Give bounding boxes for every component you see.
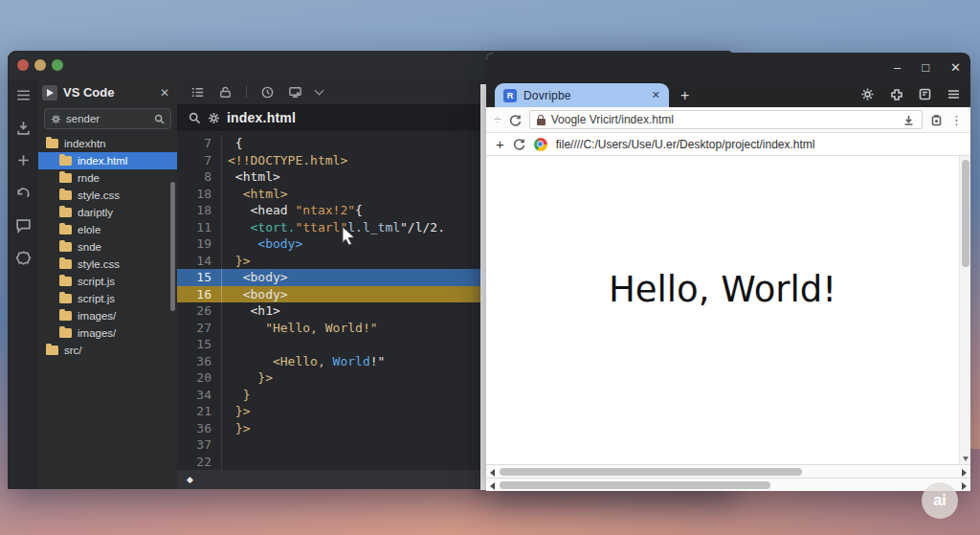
reload-icon[interactable] (513, 138, 525, 150)
download-icon[interactable] (15, 120, 32, 136)
more-menu-icon[interactable]: ⋮ (950, 113, 963, 127)
browser-tabstrip: R Dovripbe ✕ + (486, 81, 970, 107)
file-tree-item[interactable]: elole (38, 221, 177, 238)
file-tree-item[interactable]: style.css (38, 256, 177, 273)
add-icon[interactable] (15, 152, 32, 168)
reload-icon[interactable] (509, 114, 522, 126)
scroll-right-arrow-icon[interactable] (962, 469, 967, 477)
mouse-cursor (341, 226, 357, 247)
code-text: { (221, 135, 243, 152)
code-text: } (221, 387, 250, 404)
ai-watermark-badge: ai (922, 482, 958, 519)
plus-icon[interactable]: + (496, 136, 504, 152)
menu-icon[interactable] (947, 87, 961, 101)
code-text: <body> (221, 269, 288, 286)
list-icon[interactable] (190, 85, 205, 100)
line-number: 8 (177, 168, 221, 186)
line-number: 16 (177, 286, 221, 303)
scroll-left-arrow-icon[interactable] (490, 482, 495, 490)
chevron-down-icon[interactable] (315, 85, 324, 95)
minimize-button[interactable]: – (894, 60, 901, 75)
horizontal-scrollbar-2[interactable] (486, 478, 970, 491)
tab-close-icon[interactable]: ✕ (652, 89, 660, 101)
line-number: 7 (177, 152, 221, 169)
browser-viewport: Hello, World! (486, 156, 970, 464)
gear-icon[interactable] (860, 87, 875, 101)
maximize-traffic-light[interactable] (52, 59, 63, 71)
file-url-text: file////C:/Users/Use/U.er/Desktop/projec… (556, 138, 815, 151)
undo-icon[interactable] (15, 185, 32, 201)
clock-icon[interactable] (260, 85, 275, 100)
code-text (221, 436, 228, 454)
browser-tab[interactable]: R Dovripbe ✕ (495, 83, 669, 107)
file-tree-item[interactable]: style.css (38, 187, 177, 204)
horizontal-scroll-thumb-2[interactable] (500, 481, 770, 489)
back-button[interactable]: ÷ (494, 112, 501, 127)
folder-icon (59, 156, 72, 166)
search-value: sender (66, 113, 149, 124)
code-text: <tort."ttarl"l.l_tml"/l/2. (221, 219, 445, 236)
file-tree-item[interactable]: script.js (38, 290, 177, 307)
app-title: VS Code (63, 85, 160, 100)
scroll-right-arrow-icon[interactable] (962, 482, 967, 490)
code-text: <body> (221, 286, 288, 303)
file-tree-item[interactable]: index.html (38, 152, 177, 169)
code-text: }> (221, 369, 273, 387)
file-label: style.css (78, 258, 120, 270)
close-icon[interactable]: ✕ (160, 86, 169, 100)
gear-icon[interactable] (208, 112, 220, 124)
browser-titlebar[interactable]: – □ ✕ (486, 53, 970, 81)
line-number: 36 (177, 420, 221, 437)
extension-icon[interactable] (889, 87, 903, 101)
folder-icon (59, 190, 72, 200)
line-number: 18 (177, 202, 221, 219)
download-icon[interactable] (902, 114, 915, 126)
file-tree-item[interactable]: src/ (38, 342, 177, 359)
horizontal-scroll-thumb-1[interactable] (500, 468, 802, 476)
search-icon[interactable] (189, 112, 201, 124)
file-tree-item[interactable]: script.js (38, 273, 177, 290)
address-bar[interactable]: Voogle Vricirt/index.html (529, 110, 923, 129)
code-text: <html> (221, 186, 288, 203)
minimize-traffic-light[interactable] (34, 59, 46, 71)
menu-icon[interactable] (15, 87, 32, 103)
vertical-scrollbar[interactable] (959, 156, 970, 464)
comment-icon[interactable] (15, 217, 32, 234)
browser-window: – □ ✕ R Dovripbe ✕ + ÷ V (486, 53, 970, 491)
diamond-icon: ◆ (187, 475, 193, 484)
search-input[interactable]: sender (44, 108, 171, 129)
clipboard-icon[interactable] (930, 114, 943, 126)
line-number: 37 (177, 436, 221, 454)
new-tab-button[interactable]: + (680, 87, 689, 104)
close-traffic-light[interactable] (17, 59, 29, 71)
scroll-left-arrow-icon[interactable] (490, 469, 495, 477)
file-tree-item[interactable]: rnde (38, 169, 177, 187)
file-tree-item[interactable]: images/ (38, 324, 177, 342)
horizontal-scrollbar-1[interactable] (486, 464, 970, 478)
file-tree-item[interactable]: indexhtn (38, 135, 177, 152)
desktop: VS Code ✕ sender indexhtnindex.htmlrndes… (0, 0, 980, 535)
secondary-address-bar[interactable]: + file////C:/Users/Use/U.er/Desktop/proj… (486, 133, 970, 156)
code-text: <h1> (221, 302, 280, 320)
code-text: }> (221, 403, 250, 420)
file-tree-item[interactable]: images/ (38, 307, 177, 324)
line-number: 26 (177, 302, 221, 320)
code-text: }> (221, 420, 250, 437)
screencast-icon[interactable] (288, 85, 302, 100)
settings-icon[interactable] (15, 250, 32, 266)
file-label: src/ (64, 345, 82, 356)
code-text (221, 336, 228, 353)
lock-icon[interactable] (218, 85, 233, 100)
folder-icon (59, 294, 72, 303)
scroll-down-arrow-icon[interactable] (963, 457, 969, 461)
maximize-button[interactable]: □ (922, 60, 929, 75)
reading-list-icon[interactable] (918, 87, 932, 101)
line-number: 18 (177, 186, 221, 203)
file-label: rnde (78, 172, 100, 184)
file-tree-item[interactable]: dariptly (38, 204, 177, 221)
vertical-scroll-thumb[interactable] (962, 160, 969, 267)
sidebar-scrollbar[interactable] (170, 182, 175, 311)
file-tree-item[interactable]: snde (38, 238, 177, 256)
close-button[interactable]: ✕ (950, 60, 961, 75)
tab-label: index.html (227, 110, 296, 125)
